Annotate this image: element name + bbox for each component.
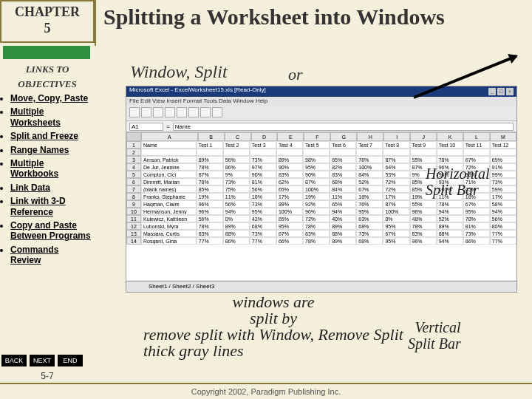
cell[interactable]: Test 8 (383, 141, 409, 149)
cell[interactable]: 81% (250, 178, 276, 185)
cell[interactable] (437, 149, 463, 156)
cell[interactable]: 78% (410, 222, 437, 230)
next-button[interactable]: NEXT (30, 355, 55, 366)
cell[interactable]: 0% (223, 215, 250, 222)
cell[interactable]: 18% (250, 193, 276, 200)
toolbar-icon[interactable] (153, 107, 163, 117)
cell[interactable]: Test 6 (330, 141, 356, 149)
cell[interactable]: 76% (356, 200, 383, 208)
cell[interactable]: 82% (330, 163, 356, 171)
cell[interactable]: 77% (250, 237, 276, 245)
cell[interactable]: 77% (197, 237, 223, 245)
cell[interactable] (223, 149, 250, 156)
cell[interactable]: 63% (356, 215, 383, 222)
cell[interactable]: 95% (463, 208, 490, 215)
toolbar-icon[interactable] (129, 107, 140, 117)
cell[interactable]: Hagman, Claire (141, 200, 197, 208)
cell[interactable]: Test 5 (303, 141, 330, 149)
cell[interactable]: 75% (223, 185, 250, 193)
row-header[interactable]: 10 (126, 208, 141, 215)
cell[interactable]: 55% (410, 200, 437, 208)
cell[interactable] (197, 149, 223, 156)
row-header[interactable]: 6 (126, 178, 141, 185)
cell[interactable] (276, 149, 303, 156)
col-header[interactable]: G (330, 132, 357, 141)
cell[interactable]: Test 4 (276, 141, 303, 149)
cell[interactable]: Test 1 (197, 141, 223, 149)
cell[interactable] (250, 149, 276, 156)
row-header[interactable]: 8 (126, 193, 141, 200)
cell[interactable]: 83% (303, 230, 330, 237)
cell[interactable]: Arnson, Patrick (141, 156, 197, 163)
cell[interactable]: 90% (276, 163, 303, 171)
toolbar-icon[interactable] (188, 107, 199, 117)
cell[interactable]: 56% (223, 156, 250, 163)
cell[interactable]: 18% (356, 193, 383, 200)
cell[interactable]: 73% (250, 200, 276, 208)
cell[interactable]: 95% (383, 222, 409, 230)
cell[interactable]: 95% (250, 208, 276, 215)
cell[interactable]: Compton, Cici (141, 171, 197, 178)
cell[interactable]: Test 10 (437, 141, 463, 149)
cell[interactable]: 94% (330, 208, 356, 215)
cell[interactable]: 86% (223, 163, 250, 171)
cell[interactable]: 81% (463, 222, 490, 230)
excel-menubar[interactable]: File Edit View Insert Format Tools Data … (126, 97, 516, 106)
cell[interactable]: 17% (383, 193, 409, 200)
cell[interactable]: 68% (356, 237, 383, 245)
cell[interactable]: 95% (383, 237, 409, 245)
cell[interactable]: 56% (250, 185, 276, 193)
cell[interactable]: 94% (437, 208, 463, 215)
cell[interactable]: 70% (463, 215, 490, 222)
cell[interactable]: 66% (276, 237, 303, 245)
close-icon[interactable]: × (506, 88, 514, 95)
back-button[interactable]: BACK (1, 355, 27, 366)
cell[interactable]: 88% (223, 230, 250, 237)
cell[interactable]: 89% (276, 200, 303, 208)
cell[interactable]: 73% (223, 178, 250, 185)
cell[interactable]: 0% (383, 215, 409, 222)
cell[interactable]: 95% (303, 163, 330, 171)
cell[interactable]: 78% (197, 178, 223, 185)
row-header[interactable]: 11 (126, 215, 141, 222)
obj-link[interactable]: Range Names (10, 145, 92, 155)
toolbar-icon[interactable] (200, 107, 211, 117)
cell[interactable]: 89% (330, 237, 356, 245)
cell[interactable]: 42% (250, 215, 276, 222)
cell[interactable]: 55% (410, 156, 437, 163)
cell[interactable]: Test 7 (356, 141, 383, 149)
cell[interactable] (330, 149, 356, 156)
cell[interactable]: 100% (276, 208, 303, 215)
excel-grid[interactable]: A B C D E F G H I J K L M 1NameTest 1Tes… (126, 132, 516, 280)
sheet-tabs[interactable]: Sheet1 / Sheet2 / Sheet3 (126, 281, 516, 292)
cell[interactable]: 78% (437, 200, 463, 208)
cell[interactable]: 59% (490, 185, 516, 193)
cell[interactable]: 65% (276, 185, 303, 193)
cell[interactable]: 68% (356, 222, 383, 230)
cell[interactable]: 96% (197, 200, 223, 208)
cell[interactable]: Kulewicz, Kathleen (141, 215, 197, 222)
obj-link[interactable]: Multiple Worksheets (10, 106, 92, 128)
col-header[interactable]: K (437, 132, 463, 141)
cell[interactable]: 95% (276, 222, 303, 230)
toolbar-icon[interactable] (141, 107, 151, 117)
row-header[interactable]: 14 (126, 237, 141, 245)
cell[interactable]: 83% (197, 230, 223, 237)
cell[interactable]: Name (141, 141, 197, 149)
col-header[interactable]: J (410, 132, 437, 141)
cell[interactable]: 73% (250, 230, 276, 237)
cell[interactable] (383, 149, 409, 156)
minimize-icon[interactable]: _ (488, 88, 496, 95)
cell[interactable]: Franks, Stephanie (141, 193, 197, 200)
cell[interactable]: 100% (383, 208, 409, 215)
cell[interactable]: 53% (383, 171, 409, 178)
cell[interactable] (303, 149, 330, 156)
toolbar-icon[interactable] (212, 107, 222, 117)
cell[interactable]: 89% (223, 222, 250, 230)
cell[interactable]: 87% (383, 156, 409, 163)
cell[interactable]: 86% (463, 237, 490, 245)
obj-link[interactable]: Move, Copy, Paste (10, 93, 92, 103)
cell[interactable]: 80% (490, 222, 516, 230)
cell[interactable]: 73% (250, 156, 276, 163)
cell[interactable]: 94% (437, 237, 463, 245)
